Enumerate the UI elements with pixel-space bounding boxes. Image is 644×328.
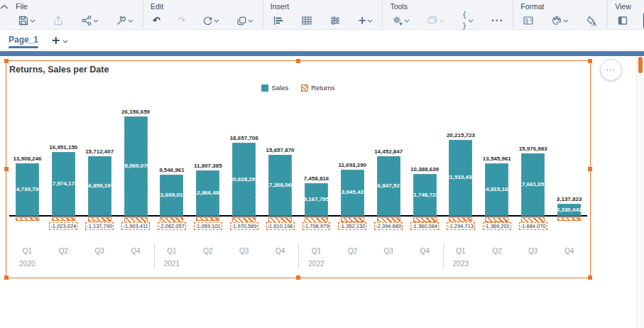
section-label-edit: Edit [151,2,256,11]
total-value-label: 18,657,708 [221,135,268,141]
returns-value-label: -1,137,790 [85,222,114,230]
resize-handle-left[interactable] [4,167,9,171]
styling-panel-icon [523,15,534,26]
script-button[interactable]: { } [459,12,476,29]
returns-value-label: -1,294,713 [447,222,475,230]
widget-more-actions-button[interactable]: ··· [600,59,622,81]
collapse-toolbar-icon[interactable] [0,0,9,28]
resize-handle-bottom-left[interactable] [4,275,9,280]
sales-value-label: 17,661,053 [510,181,557,187]
undo-button[interactable]: ↶ [151,12,163,29]
styling-button[interactable] [520,12,536,29]
section-label-format: Format [520,2,600,11]
export-icon [53,15,64,26]
file-tools-button[interactable] [114,12,136,29]
chart-plot-area[interactable]: 13,908,24614,739,793Q1202016,951,15017,9… [9,61,587,279]
returns-value-label: -1,708,979 [302,222,331,230]
braces-icon: { } [462,9,467,32]
total-value-label: 11,807,385 [185,163,231,169]
x-axis-quarter-label: Q2 [190,247,226,255]
chevron-down-icon [404,19,410,23]
resize-handle-top[interactable] [296,59,300,63]
css-icon: css [586,15,598,26]
x-axis-quarter-label: Q2 [45,247,81,255]
css-button[interactable]: css [584,12,600,29]
data-action-button [425,12,447,29]
returns-label-wrap: -1,684,070 [510,218,557,231]
returns-bar[interactable] [557,217,581,221]
vertical-scrollbar-thumb[interactable] [638,57,643,73]
x-axis-year-label: 2021 [154,260,190,268]
left-panel-toggle[interactable] [615,12,631,29]
total-value-label: 3,137,823 [546,196,593,202]
x-axis-quarter-label: Q4 [118,247,153,255]
insert-input-control-button[interactable] [327,12,343,29]
wrench-icon [116,15,127,26]
returns-bar[interactable] [16,217,39,221]
add-page-button[interactable]: + [51,33,68,47]
sales-value-label: 13,045,422 [329,189,376,195]
total-value-label: 10,388,639 [401,166,448,173]
palette-icon [551,15,562,26]
returns-value-label: -1,059,101 [194,222,222,230]
horizontal-scrollbar[interactable] [0,51,644,56]
resize-handle-bottom-right[interactable] [588,275,592,280]
tools-more-button[interactable]: ··· [489,12,506,29]
year-group-separator [443,243,444,268]
duplicate-button[interactable] [234,12,256,29]
table-icon [301,15,312,26]
total-value-label: 13,908,246 [4,155,50,162]
sales-value-label: 11,748,723 [401,192,448,198]
resize-handle-right[interactable] [588,167,592,171]
sliders-icon [329,15,341,26]
add-tool-button[interactable] [390,12,412,29]
svg-text:css: css [591,23,597,27]
page-tab-strip: Page_1 + [0,30,644,50]
resize-handle-bottom[interactable] [296,275,300,280]
x-axis-quarter-label: Q1 [154,247,190,255]
x-axis-year-label: 2022 [298,260,334,268]
insert-table-button[interactable] [299,12,315,29]
chart-widget[interactable]: Returns, Sales per Date Sales Returns 13… [6,60,591,278]
chevron-down-icon [30,19,36,23]
x-axis-year-label: 2023 [443,260,479,268]
total-value-label: 15,712,407 [76,148,123,155]
vertical-scrollbar[interactable] [636,56,644,328]
bar-chart-icon [273,15,284,26]
insert-chart-button[interactable] [271,12,286,29]
returns-value-label: -1,360,084 [410,222,439,230]
returns-value-label: -2,062,057 [158,222,186,230]
share-button[interactable] [79,12,101,29]
left-panel-icon [617,15,628,26]
refresh-icon [202,16,213,26]
undo-icon: ↶ [153,15,160,26]
share-icon [81,15,92,26]
sales-value-label: 16,847,527 [365,182,412,189]
resize-handle-top-left[interactable] [4,59,9,63]
theme-button[interactable] [549,12,571,29]
total-value-label: 15,657,870 [257,147,304,153]
returns-value-label: -1,369,201 [483,222,511,230]
insert-add-button[interactable]: + [356,12,376,29]
total-value-label: 11,693,290 [329,162,376,168]
chevron-down-icon [214,19,219,23]
chevron-down-icon [563,19,569,23]
tab-label: Page_1 [9,35,38,45]
chevron-down-icon [62,33,68,46]
total-value-label: 7,458,816 [293,175,339,182]
x-axis-quarter-label: Q3 [227,247,262,255]
refresh-button[interactable] [200,12,222,29]
sales-value-label: 14,739,793 [4,186,50,192]
duplicate-icon [236,16,247,26]
resize-handle-top-right[interactable] [588,59,592,63]
section-label-view: View [615,2,644,11]
save-button[interactable] [16,12,38,29]
story-canvas: Returns, Sales per Date Sales Returns 13… [0,56,636,328]
tab-page-1[interactable]: Page_1 [9,30,38,50]
year-group-separator [154,243,155,268]
sales-value-label: 12,866,486 [185,190,231,196]
toolbar-section-edit: Edit ↶ ↷ [143,0,263,28]
chevron-down-icon [128,19,133,23]
x-axis-quarter-label: Q4 [407,247,442,255]
returns-value-label: -1,352,132 [338,222,366,230]
